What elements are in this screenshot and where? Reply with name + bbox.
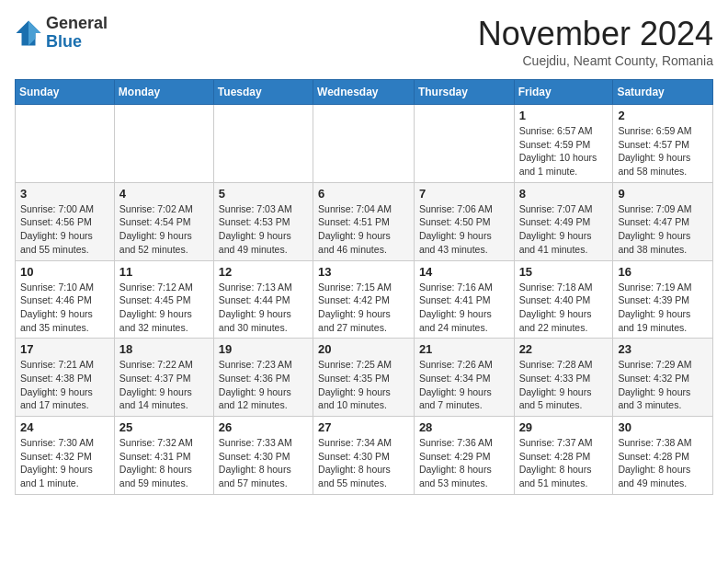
- calendar-week-2: 3Sunrise: 7:00 AM Sunset: 4:56 PM Daylig…: [16, 182, 713, 260]
- day-detail: Sunrise: 7:38 AM Sunset: 4:28 PM Dayligh…: [618, 436, 708, 490]
- day-detail: Sunrise: 7:19 AM Sunset: 4:39 PM Dayligh…: [618, 281, 708, 335]
- day-number: 29: [519, 420, 609, 434]
- day-detail: Sunrise: 7:29 AM Sunset: 4:32 PM Dayligh…: [618, 358, 708, 412]
- day-number: 11: [119, 265, 209, 279]
- weekday-header-sunday: Sunday: [16, 80, 115, 105]
- location-subtitle: Cuejdiu, Neamt County, Romania: [478, 53, 713, 68]
- day-number: 4: [119, 187, 209, 201]
- day-number: 17: [20, 342, 109, 356]
- calendar-cell: 20Sunrise: 7:25 AM Sunset: 4:35 PM Dayli…: [313, 339, 415, 417]
- day-number: 22: [519, 342, 609, 356]
- weekday-header-saturday: Saturday: [613, 80, 713, 105]
- calendar-cell: 12Sunrise: 7:13 AM Sunset: 4:44 PM Dayli…: [213, 260, 313, 339]
- day-number: 3: [20, 187, 109, 201]
- calendar-cell: [313, 105, 415, 183]
- calendar-week-4: 17Sunrise: 7:21 AM Sunset: 4:38 PM Dayli…: [16, 339, 713, 417]
- day-number: 24: [20, 420, 109, 434]
- day-detail: Sunrise: 7:07 AM Sunset: 4:49 PM Dayligh…: [519, 202, 609, 257]
- calendar-cell: 15Sunrise: 7:18 AM Sunset: 4:40 PM Dayli…: [514, 260, 613, 339]
- day-number: 12: [219, 265, 308, 279]
- calendar-cell: 25Sunrise: 7:32 AM Sunset: 4:31 PM Dayli…: [114, 417, 213, 495]
- logo-text: General Blue: [46, 15, 108, 52]
- calendar-cell: 3Sunrise: 7:00 AM Sunset: 4:56 PM Daylig…: [16, 182, 115, 260]
- calendar-cell: 29Sunrise: 7:37 AM Sunset: 4:28 PM Dayli…: [514, 417, 613, 495]
- calendar-cell: 27Sunrise: 7:34 AM Sunset: 4:30 PM Dayli…: [313, 417, 415, 495]
- calendar-cell: [414, 105, 514, 183]
- day-number: 7: [419, 187, 509, 201]
- calendar-cell: 17Sunrise: 7:21 AM Sunset: 4:38 PM Dayli…: [16, 339, 115, 417]
- day-number: 5: [219, 187, 308, 201]
- day-detail: Sunrise: 7:03 AM Sunset: 4:53 PM Dayligh…: [219, 202, 308, 257]
- day-detail: Sunrise: 7:10 AM Sunset: 4:46 PM Dayligh…: [20, 281, 109, 335]
- day-detail: Sunrise: 7:22 AM Sunset: 4:37 PM Dayligh…: [119, 358, 209, 412]
- calendar-cell: 1Sunrise: 6:57 AM Sunset: 4:59 PM Daylig…: [514, 105, 613, 183]
- title-block: November 2024 Cuejdiu, Neamt County, Rom…: [478, 15, 713, 68]
- calendar-cell: 23Sunrise: 7:29 AM Sunset: 4:32 PM Dayli…: [613, 339, 713, 417]
- month-title: November 2024: [478, 15, 713, 53]
- calendar-cell: 30Sunrise: 7:38 AM Sunset: 4:28 PM Dayli…: [613, 417, 713, 495]
- day-detail: Sunrise: 7:02 AM Sunset: 4:54 PM Dayligh…: [119, 202, 209, 257]
- weekday-header-monday: Monday: [114, 80, 213, 105]
- day-number: 16: [618, 265, 708, 279]
- day-number: 15: [519, 265, 609, 279]
- day-detail: Sunrise: 7:32 AM Sunset: 4:31 PM Dayligh…: [119, 436, 209, 490]
- day-number: 26: [219, 420, 308, 434]
- calendar-cell: 28Sunrise: 7:36 AM Sunset: 4:29 PM Dayli…: [414, 417, 514, 495]
- day-detail: Sunrise: 7:13 AM Sunset: 4:44 PM Dayligh…: [219, 281, 308, 335]
- day-detail: Sunrise: 7:26 AM Sunset: 4:34 PM Dayligh…: [419, 358, 509, 412]
- day-detail: Sunrise: 7:18 AM Sunset: 4:40 PM Dayligh…: [519, 281, 609, 335]
- day-detail: Sunrise: 7:09 AM Sunset: 4:47 PM Dayligh…: [618, 202, 708, 257]
- day-detail: Sunrise: 6:57 AM Sunset: 4:59 PM Dayligh…: [519, 124, 609, 178]
- calendar-cell: 7Sunrise: 7:06 AM Sunset: 4:50 PM Daylig…: [414, 182, 514, 260]
- logo-icon: [15, 19, 42, 47]
- day-number: 1: [519, 109, 609, 122]
- calendar-cell: 2Sunrise: 6:59 AM Sunset: 4:57 PM Daylig…: [613, 105, 713, 183]
- calendar-cell: 19Sunrise: 7:23 AM Sunset: 4:36 PM Dayli…: [213, 339, 313, 417]
- calendar-cell: 22Sunrise: 7:28 AM Sunset: 4:33 PM Dayli…: [514, 339, 613, 417]
- day-number: 19: [219, 342, 308, 356]
- weekday-header-tuesday: Tuesday: [213, 80, 313, 105]
- day-detail: Sunrise: 7:33 AM Sunset: 4:30 PM Dayligh…: [219, 436, 308, 490]
- weekday-header-thursday: Thursday: [414, 80, 514, 105]
- day-number: 21: [419, 342, 509, 356]
- day-detail: Sunrise: 7:23 AM Sunset: 4:36 PM Dayligh…: [219, 358, 308, 412]
- day-number: 13: [318, 265, 409, 279]
- calendar-cell: 6Sunrise: 7:04 AM Sunset: 4:51 PM Daylig…: [313, 182, 415, 260]
- calendar-cell: 16Sunrise: 7:19 AM Sunset: 4:39 PM Dayli…: [613, 260, 713, 339]
- day-number: 20: [318, 342, 409, 356]
- day-detail: Sunrise: 7:12 AM Sunset: 4:45 PM Dayligh…: [119, 281, 209, 335]
- calendar-cell: [213, 105, 313, 183]
- calendar-body: 1Sunrise: 6:57 AM Sunset: 4:59 PM Daylig…: [16, 105, 713, 495]
- day-detail: Sunrise: 7:36 AM Sunset: 4:29 PM Dayligh…: [419, 436, 509, 490]
- weekday-header-friday: Friday: [514, 80, 613, 105]
- calendar-table: SundayMondayTuesdayWednesdayThursdayFrid…: [15, 79, 713, 495]
- calendar-cell: 10Sunrise: 7:10 AM Sunset: 4:46 PM Dayli…: [16, 260, 115, 339]
- calendar-week-3: 10Sunrise: 7:10 AM Sunset: 4:46 PM Dayli…: [16, 260, 713, 339]
- day-detail: Sunrise: 7:06 AM Sunset: 4:50 PM Dayligh…: [419, 202, 509, 257]
- day-number: 23: [618, 342, 708, 356]
- day-number: 18: [119, 342, 209, 356]
- calendar-week-5: 24Sunrise: 7:30 AM Sunset: 4:32 PM Dayli…: [16, 417, 713, 495]
- day-number: 2: [618, 109, 708, 122]
- calendar-cell: 21Sunrise: 7:26 AM Sunset: 4:34 PM Dayli…: [414, 339, 514, 417]
- day-detail: Sunrise: 7:37 AM Sunset: 4:28 PM Dayligh…: [519, 436, 609, 490]
- logo: General Blue: [15, 15, 108, 52]
- weekday-header-row: SundayMondayTuesdayWednesdayThursdayFrid…: [16, 80, 713, 105]
- day-detail: Sunrise: 7:25 AM Sunset: 4:35 PM Dayligh…: [318, 358, 409, 412]
- calendar-cell: 18Sunrise: 7:22 AM Sunset: 4:37 PM Dayli…: [114, 339, 213, 417]
- calendar-header: SundayMondayTuesdayWednesdayThursdayFrid…: [16, 80, 713, 105]
- day-number: 6: [318, 187, 409, 201]
- day-detail: Sunrise: 7:16 AM Sunset: 4:41 PM Dayligh…: [419, 281, 509, 335]
- day-number: 25: [119, 420, 209, 434]
- day-number: 28: [419, 420, 509, 434]
- calendar-cell: 26Sunrise: 7:33 AM Sunset: 4:30 PM Dayli…: [213, 417, 313, 495]
- calendar-week-1: 1Sunrise: 6:57 AM Sunset: 4:59 PM Daylig…: [16, 105, 713, 183]
- calendar-cell: [114, 105, 213, 183]
- day-detail: Sunrise: 7:21 AM Sunset: 4:38 PM Dayligh…: [20, 358, 109, 412]
- calendar-cell: 13Sunrise: 7:15 AM Sunset: 4:42 PM Dayli…: [313, 260, 415, 339]
- calendar-cell: 11Sunrise: 7:12 AM Sunset: 4:45 PM Dayli…: [114, 260, 213, 339]
- day-detail: Sunrise: 7:00 AM Sunset: 4:56 PM Dayligh…: [20, 202, 109, 257]
- day-detail: Sunrise: 7:15 AM Sunset: 4:42 PM Dayligh…: [318, 281, 409, 335]
- day-number: 8: [519, 187, 609, 201]
- day-detail: Sunrise: 7:28 AM Sunset: 4:33 PM Dayligh…: [519, 358, 609, 412]
